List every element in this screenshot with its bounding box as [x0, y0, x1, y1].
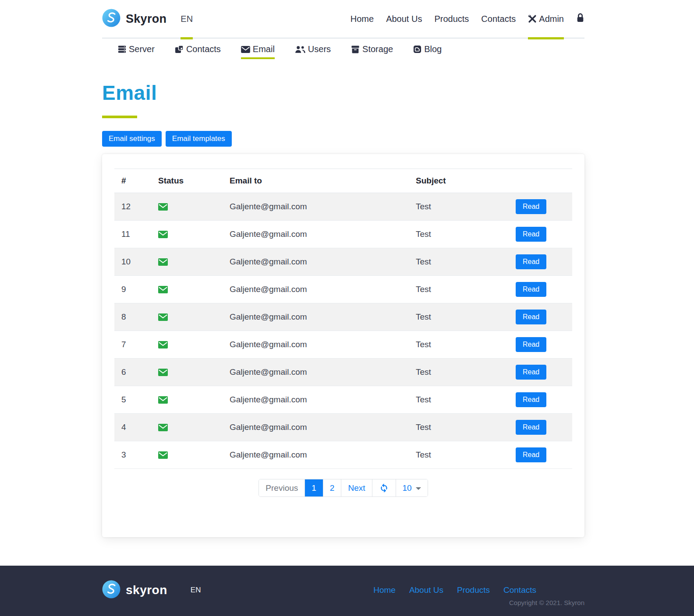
- page-size-select[interactable]: 10: [396, 479, 428, 496]
- email-list-card: # Status Email to Subject 12Galjente@gma…: [102, 154, 584, 537]
- row-email-to: Galjente@gmail.com: [223, 276, 409, 303]
- footer-link-contacts[interactable]: Contacts: [503, 585, 536, 595]
- read-button[interactable]: Read: [516, 282, 546, 297]
- status-sent-envelope-icon: [158, 396, 168, 404]
- row-status: [151, 303, 223, 331]
- subnav-storage[interactable]: Storage: [351, 44, 393, 59]
- status-sent-envelope-icon: [158, 451, 168, 459]
- nav-home[interactable]: Home: [351, 0, 374, 38]
- footer-language-selector[interactable]: EN: [191, 586, 201, 595]
- row-id: 6: [114, 359, 151, 386]
- read-button[interactable]: Read: [516, 447, 546, 462]
- admin-subnav: Server Contacts Email Users: [102, 39, 584, 60]
- col-header-subject: Subject: [409, 169, 509, 193]
- status-sent-envelope-icon: [158, 231, 168, 238]
- footer-link-about-us[interactable]: About Us: [409, 585, 443, 595]
- row-status: [151, 359, 223, 386]
- read-button[interactable]: Read: [516, 227, 546, 242]
- read-button[interactable]: Read: [516, 365, 546, 380]
- page-title: Email: [102, 81, 584, 105]
- row-subject: Test: [409, 359, 509, 386]
- read-button[interactable]: Read: [516, 254, 546, 269]
- row-status: [151, 414, 223, 441]
- row-id: 10: [114, 248, 151, 276]
- row-id: 3: [114, 441, 151, 469]
- read-button[interactable]: Read: [516, 392, 546, 407]
- row-email-to: Galjente@gmail.com: [223, 386, 409, 414]
- row-email-to: Galjente@gmail.com: [223, 414, 409, 441]
- table-row: 3Galjente@gmail.comTestRead: [114, 441, 572, 469]
- row-subject: Test: [409, 248, 509, 276]
- col-header-email-to: Email to: [223, 169, 409, 193]
- row-status: [151, 441, 223, 469]
- row-id: 8: [114, 303, 151, 331]
- status-sent-envelope-icon: [158, 258, 168, 266]
- row-email-to: Galjente@gmail.com: [223, 303, 409, 331]
- read-button[interactable]: Read: [516, 199, 546, 214]
- subnav-users[interactable]: Users: [295, 44, 331, 59]
- subnav-server[interactable]: Server: [118, 44, 155, 59]
- nav-contacts[interactable]: Contacts: [481, 0, 516, 38]
- footer-brand[interactable]: skyron: [102, 580, 167, 600]
- language-selector[interactable]: EN: [181, 0, 193, 38]
- row-subject: Test: [409, 414, 509, 441]
- status-sent-envelope-icon: [158, 424, 168, 431]
- table-row: 9Galjente@gmail.comTestRead: [114, 276, 572, 303]
- status-sent-envelope-icon: [158, 369, 168, 376]
- status-sent-envelope-icon: [158, 286, 168, 293]
- pagination-page-2[interactable]: 2: [323, 479, 342, 496]
- footer-link-products[interactable]: Products: [457, 585, 490, 595]
- tools-icon: [528, 14, 537, 23]
- refresh-button[interactable]: [372, 479, 396, 496]
- email-templates-button[interactable]: Email templates: [166, 131, 232, 147]
- row-subject: Test: [409, 276, 509, 303]
- subnav-contacts[interactable]: Contacts: [175, 44, 221, 59]
- pagination-previous[interactable]: Previous: [259, 479, 305, 496]
- row-subject: Test: [409, 221, 509, 248]
- row-id: 12: [114, 193, 151, 221]
- server-icon: [118, 45, 126, 53]
- row-status: [151, 331, 223, 359]
- lock-icon: [576, 13, 584, 25]
- title-accent-bar: [102, 116, 137, 118]
- nav-admin[interactable]: Admin: [528, 0, 564, 38]
- row-id: 7: [114, 331, 151, 359]
- footer: skyron EN HomeAbout UsProductsContacts C…: [0, 566, 694, 616]
- footer-link-home[interactable]: Home: [373, 585, 396, 595]
- envelope-icon: [241, 46, 250, 53]
- nav-products[interactable]: Products: [434, 0, 469, 38]
- col-header-status: Status: [151, 169, 223, 193]
- row-id: 5: [114, 386, 151, 414]
- row-subject: Test: [409, 193, 509, 221]
- copyright-text: Copyright © 2021. Skyron: [509, 599, 584, 606]
- users-icon: [295, 46, 305, 53]
- row-status: [151, 248, 223, 276]
- row-subject: Test: [409, 331, 509, 359]
- pagination-page-1[interactable]: 1: [305, 479, 323, 496]
- row-status: [151, 193, 223, 221]
- pagination-next[interactable]: Next: [341, 479, 372, 496]
- table-row: 6Galjente@gmail.comTestRead: [114, 359, 572, 386]
- brand-name: Skyron: [126, 12, 166, 26]
- main-nav: Home About Us Products Contacts Admin: [351, 0, 584, 38]
- brand[interactable]: Skyron: [102, 9, 166, 29]
- page-actions: Email settings Email templates: [102, 131, 584, 147]
- col-header-id: #: [114, 169, 151, 193]
- nav-about-us[interactable]: About Us: [386, 0, 422, 38]
- blog-icon: [413, 45, 421, 53]
- subnav-email[interactable]: Email: [241, 44, 275, 59]
- lock-button[interactable]: [576, 0, 584, 38]
- email-settings-button[interactable]: Email settings: [102, 131, 162, 147]
- read-button[interactable]: Read: [516, 337, 546, 352]
- subnav-blog[interactable]: Blog: [413, 44, 442, 59]
- row-subject: Test: [409, 386, 509, 414]
- row-subject: Test: [409, 441, 509, 469]
- row-id: 11: [114, 221, 151, 248]
- table-row: 4Galjente@gmail.comTestRead: [114, 414, 572, 441]
- contacts-icon: [175, 45, 184, 54]
- row-id: 4: [114, 414, 151, 441]
- read-button[interactable]: Read: [516, 420, 546, 435]
- read-button[interactable]: Read: [516, 310, 546, 324]
- row-subject: Test: [409, 303, 509, 331]
- row-id: 9: [114, 276, 151, 303]
